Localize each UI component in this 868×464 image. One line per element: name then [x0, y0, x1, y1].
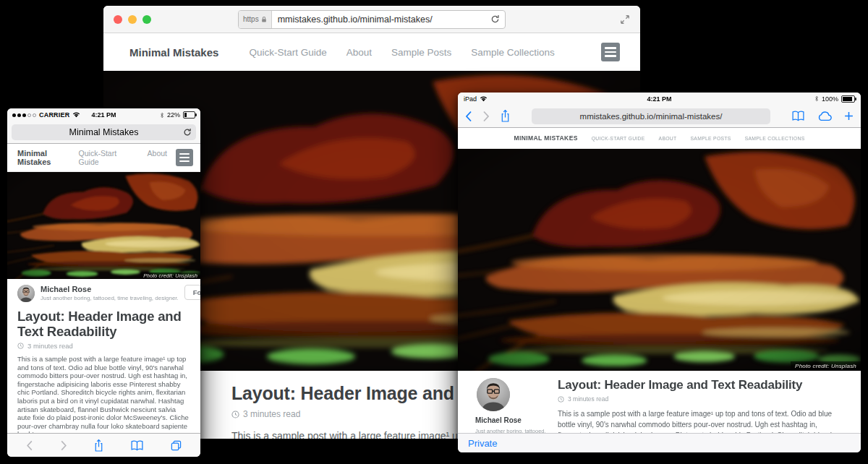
toolbar-right-icons: [791, 111, 854, 121]
lock-icon: [261, 16, 267, 23]
carrier-label: CARRIER: [39, 111, 69, 119]
status-time: 4:21 PM: [91, 111, 116, 119]
close-window-button[interactable]: [114, 15, 122, 24]
read-time-meta: 3 minutes read: [17, 342, 190, 350]
back-icon[interactable]: [26, 440, 33, 451]
nav-link-quick-start[interactable]: QUICK-START GUIDE: [592, 136, 645, 141]
photo-credit: Photo credit: Unsplash: [791, 361, 861, 371]
site-brand-link[interactable]: Minimal Mistakes: [17, 149, 79, 166]
ipad-safari-window: iPad 4:21 PM 100% mmistakes.github.io/mi…: [458, 93, 861, 452]
article-main: Layout: Header Image and Text Readabilit…: [558, 378, 848, 435]
nav-link-about[interactable]: ABOUT: [659, 136, 677, 141]
expand-icon[interactable]: [620, 14, 630, 25]
add-tab-icon[interactable]: [844, 111, 854, 121]
hamburger-icon[interactable]: [176, 149, 193, 166]
nav-link-about[interactable]: About: [148, 149, 167, 166]
clock-icon: [558, 396, 564, 403]
wifi-icon: [72, 112, 80, 118]
page-title: Layout: Header Image and Text Readabilit…: [558, 378, 848, 392]
hamburger-icon[interactable]: [601, 43, 620, 61]
page-title-label: Minimal Mistakes: [69, 127, 139, 137]
battery-percent: 22%: [167, 111, 180, 119]
cloud-icon[interactable]: [817, 111, 833, 121]
author-name: Michael Rose: [41, 285, 179, 293]
iphone-safari-toolbar: [7, 433, 200, 457]
share-icon[interactable]: [500, 109, 511, 123]
bookmarks-icon[interactable]: [791, 111, 805, 121]
nav-link-sample-collections[interactable]: Sample Collections: [471, 47, 555, 58]
iphone-site-nav: Minimal Mistakes Quick-Start Guide About: [7, 144, 200, 172]
device-label: iPad: [464, 95, 477, 103]
status-right: 22%: [160, 111, 195, 119]
read-time-meta: 3 minutes read: [558, 395, 848, 403]
private-browsing-bar: Private: [458, 433, 861, 452]
battery-percent: 100%: [822, 95, 838, 103]
nav-links: Quick-Start Guide About Sample Posts Sam…: [249, 47, 601, 58]
status-time: 4:21 PM: [647, 95, 671, 103]
signal-strength-icon: [12, 113, 36, 117]
header-feature-image: Photo credit: Unsplash: [458, 149, 861, 371]
site-brand-link[interactable]: MINIMAL MISTAKES: [514, 134, 578, 142]
ipad-address-bar[interactable]: mmistakes.github.io/minimal-mistakes/: [532, 108, 770, 124]
zoom-window-button[interactable]: [142, 15, 151, 24]
photo-credit: Photo credit: Unsplash: [140, 272, 200, 279]
wifi-icon: [480, 96, 488, 102]
reload-icon[interactable]: [183, 128, 192, 137]
battery-icon: [183, 111, 195, 119]
ipad-article: Michael Rose Just another boring, tattoo…: [458, 371, 861, 435]
nav-links: Quick-Start Guide About: [79, 149, 167, 166]
nav-link-quick-start[interactable]: Quick-Start Guide: [79, 149, 133, 166]
iphone-address-bar[interactable]: Minimal Mistakes: [12, 124, 196, 140]
nav-link-quick-start[interactable]: Quick-Start Guide: [249, 47, 326, 58]
back-icon[interactable]: [465, 111, 472, 122]
article-body: This is a sample post with a large featu…: [558, 408, 848, 435]
author-bio: Just another boring, tattooed, time trav…: [41, 295, 179, 301]
desktop-site-nav: Minimal Mistakes Quick-Start Guide About…: [103, 33, 640, 71]
avatar: [477, 378, 510, 411]
share-icon[interactable]: [93, 439, 104, 452]
iphone-article: Michael Rose Just another boring, tattoo…: [7, 279, 200, 454]
iphone-title-bar: Minimal Mistakes: [7, 121, 200, 144]
author-sidebar: Michael Rose Just another boring, tattoo…: [475, 378, 542, 435]
ipad-status-bar: iPad 4:21 PM 100%: [458, 93, 861, 105]
desktop-address-bar[interactable]: https mmistakes.github.io/minimal-mistak…: [238, 10, 506, 29]
battery-icon: [841, 95, 855, 103]
article-body: This is a sample post with a large featu…: [17, 355, 190, 439]
https-label: https: [243, 15, 259, 23]
window-controls: [114, 15, 151, 24]
url-text[interactable]: mmistakes.github.io/minimal-mistakes/: [272, 14, 490, 25]
avatar: [17, 285, 35, 302]
ipad-safari-toolbar: mmistakes.github.io/minimal-mistakes/: [458, 105, 861, 128]
bluetooth-icon: [814, 95, 819, 102]
author-row: Michael Rose Just another boring, tattoo…: [17, 285, 190, 302]
page-title: Layout: Header Image and Text Readabilit…: [17, 309, 190, 339]
iphone-status-bar: CARRIER 4:21 PM 22%: [7, 108, 200, 121]
author-name: Michael Rose: [475, 416, 542, 424]
bluetooth-icon: [160, 112, 164, 119]
clock-icon: [231, 411, 239, 418]
reload-icon[interactable]: [490, 14, 500, 24]
tabs-icon[interactable]: [171, 440, 182, 451]
author-text: Michael Rose Just another boring, tattoo…: [41, 285, 179, 301]
forward-icon[interactable]: [60, 440, 67, 451]
nav-link-sample-posts[interactable]: SAMPLE POSTS: [691, 136, 731, 141]
follow-button[interactable]: Follow: [184, 285, 200, 300]
forward-icon[interactable]: [482, 111, 490, 122]
ipad-site-nav: MINIMAL MISTAKES QUICK-START GUIDE ABOUT…: [458, 128, 861, 149]
iphone-safari-window: CARRIER 4:21 PM 22% Minimal Mistakes Min…: [7, 108, 200, 457]
bookmarks-icon[interactable]: [130, 440, 144, 451]
status-right: 100%: [814, 95, 855, 103]
nav-link-about[interactable]: About: [346, 47, 372, 58]
header-feature-image: Photo credit: Unsplash: [7, 172, 200, 279]
site-brand-link[interactable]: Minimal Mistakes: [129, 46, 218, 59]
minimize-window-button[interactable]: [128, 15, 137, 24]
https-badge: https: [239, 11, 272, 28]
desktop-titlebar: https mmistakes.github.io/minimal-mistak…: [103, 6, 640, 33]
composite-screenshot: https mmistakes.github.io/minimal-mistak…: [0, 0, 868, 464]
clock-icon: [17, 343, 24, 349]
private-label: Private: [468, 438, 497, 449]
nav-link-sample-collections[interactable]: SAMPLE COLLECTIONS: [745, 136, 805, 141]
url-text[interactable]: mmistakes.github.io/minimal-mistakes/: [580, 112, 723, 121]
nav-link-sample-posts[interactable]: Sample Posts: [391, 47, 451, 58]
